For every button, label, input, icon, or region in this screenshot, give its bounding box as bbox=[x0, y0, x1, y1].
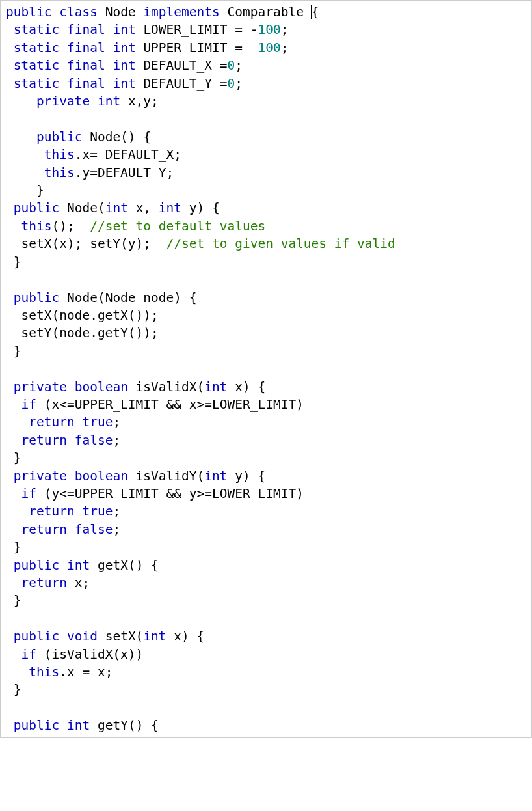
code-token: //set to default values bbox=[90, 219, 265, 234]
code-token: int bbox=[159, 200, 181, 215]
code-token: return bbox=[21, 522, 66, 537]
code-token: if bbox=[21, 397, 36, 412]
code-token: if bbox=[21, 486, 36, 501]
code-token: int bbox=[204, 379, 227, 394]
code-token: 0 bbox=[228, 58, 235, 73]
code-token: public bbox=[14, 200, 59, 215]
code-token: static bbox=[14, 22, 59, 37]
code-token: static bbox=[14, 58, 59, 73]
code-token: public bbox=[14, 290, 59, 305]
code-token: this bbox=[21, 219, 51, 234]
code-token: final bbox=[67, 22, 105, 37]
code-token: int bbox=[113, 58, 135, 73]
code-token: 0 bbox=[228, 76, 235, 91]
code-token: this bbox=[44, 165, 75, 180]
code-token: true bbox=[82, 415, 113, 430]
code-token: static bbox=[14, 40, 59, 55]
code-token: int bbox=[113, 22, 135, 37]
code-token: return bbox=[29, 415, 74, 430]
code-token: return bbox=[21, 575, 66, 590]
code-token: private bbox=[36, 94, 90, 109]
code-editor[interactable]: public class Node implements Comparable … bbox=[6, 3, 531, 735]
code-token: public bbox=[14, 718, 59, 733]
text-cursor bbox=[311, 5, 312, 19]
code-token: int bbox=[105, 200, 128, 215]
code-token: this bbox=[44, 147, 75, 162]
code-token: false bbox=[75, 522, 113, 537]
code-token: 100 bbox=[258, 22, 280, 37]
code-token: return bbox=[29, 504, 74, 519]
code-token: //set to given values if valid bbox=[166, 236, 395, 251]
code-token: int bbox=[113, 76, 135, 91]
code-token: private bbox=[14, 469, 67, 484]
code-token: boolean bbox=[75, 469, 128, 484]
code-token: if bbox=[21, 647, 36, 662]
code-token: private bbox=[14, 379, 67, 394]
code-token: public bbox=[14, 558, 59, 573]
code-token: public bbox=[14, 629, 59, 644]
code-token: final bbox=[67, 40, 105, 55]
code-token: int bbox=[67, 558, 90, 573]
code-token: 100 bbox=[258, 40, 280, 55]
code-token: int bbox=[143, 629, 166, 644]
code-token: return bbox=[21, 433, 66, 448]
code-token: final bbox=[67, 58, 105, 73]
code-token: class bbox=[59, 5, 98, 20]
code-token: int bbox=[113, 40, 135, 55]
code-token: true bbox=[82, 504, 113, 519]
code-token: public bbox=[36, 130, 82, 144]
code-token: int bbox=[204, 469, 227, 484]
code-token: static bbox=[14, 76, 59, 91]
code-token: public bbox=[6, 5, 51, 20]
code-token: int bbox=[98, 94, 120, 109]
code-token: implements bbox=[143, 5, 219, 20]
code-token: false bbox=[75, 433, 113, 448]
code-token: final bbox=[67, 76, 105, 91]
code-token: int bbox=[67, 718, 90, 733]
code-token: void bbox=[67, 629, 98, 644]
code-token: boolean bbox=[75, 379, 128, 394]
code-token: this bbox=[29, 665, 59, 680]
